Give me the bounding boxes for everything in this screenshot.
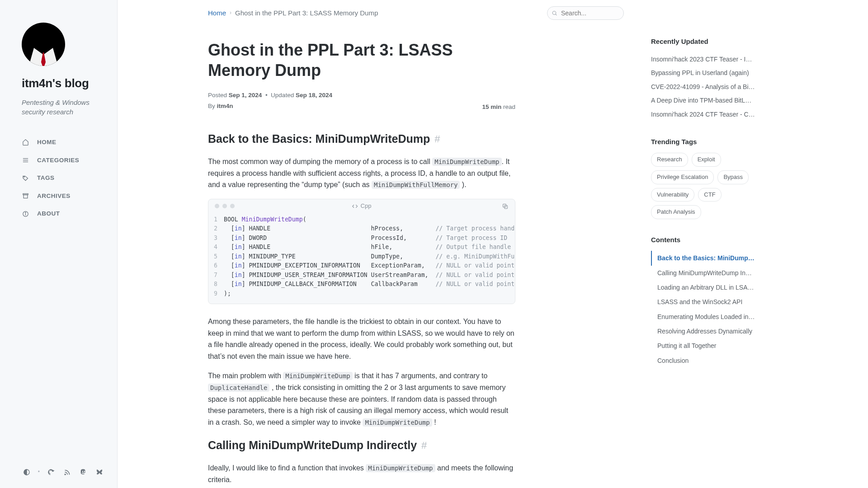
breadcrumb: Home › Ghost in the PPL Part 3: LSASS Me…	[208, 8, 378, 19]
sidebar-nav: HOME CATEGORIES TAGS ARCHIVES ABOUT	[22, 133, 104, 223]
author[interactable]: itm4n	[217, 103, 233, 109]
tag-pill[interactable]: Vulnerability	[651, 188, 694, 202]
copy-icon	[502, 203, 509, 210]
article-title: Ghost in the PPL Part 3: LSASS Memory Du…	[208, 40, 515, 80]
toc-item[interactable]: Conclusion	[651, 353, 755, 368]
avatar[interactable]	[22, 23, 65, 66]
sidebar-footer: •	[22, 465, 104, 479]
nav-tags[interactable]: TAGS	[22, 169, 104, 187]
svg-rect-5	[24, 195, 28, 198]
by-label: By	[208, 103, 215, 109]
inline-code: MiniDumpWriteDump	[366, 464, 435, 472]
code-block-header: Cpp	[208, 199, 515, 213]
recent-item[interactable]: Bypassing PPL in Userland (again)	[651, 66, 755, 80]
code-block: Cpp 123456789 BOOL MiniDumpWriteDump( [i…	[208, 199, 515, 304]
recently-updated: Recently Updated Insomni'hack 2023 CTF T…	[651, 36, 755, 121]
inline-code: MiniDumpWriteDump	[432, 158, 501, 166]
nav-archives[interactable]: ARCHIVES	[22, 187, 104, 205]
anchor-icon[interactable]: #	[421, 437, 427, 453]
posted-date: Sep 1, 2024	[229, 92, 262, 99]
readtime-suffix: read	[503, 103, 515, 110]
nav-label: TAGS	[37, 173, 55, 183]
code-content[interactable]: BOOL MiniDumpWriteDump( [in] HANDLE hPro…	[224, 215, 515, 298]
toc-heading: Contents	[651, 235, 755, 245]
text: The main problem with	[208, 372, 283, 380]
anchor-icon[interactable]: #	[434, 131, 440, 147]
toc-item[interactable]: Back to the Basics: MiniDumpWriteDump	[651, 251, 755, 265]
archive-icon	[22, 192, 29, 200]
home-icon	[22, 139, 29, 146]
readtime-value: 15 min	[482, 103, 501, 110]
toc-item[interactable]: Resolving Addresses Dynamically	[651, 324, 755, 338]
article-body: Back to the Basics: MiniDumpWriteDump # …	[208, 130, 515, 488]
recent-heading: Recently Updated	[651, 36, 755, 47]
code-gutter: 123456789	[208, 215, 224, 298]
article-meta: Posted Sep 1, 2024 • Updated Sep 18, 202…	[208, 90, 515, 112]
text: !	[432, 418, 436, 426]
nav-label: ABOUT	[37, 209, 60, 219]
svg-line-12	[556, 14, 557, 15]
tag-pill[interactable]: Privilege Escalation	[651, 170, 714, 184]
breadcrumb-home[interactable]: Home	[208, 8, 226, 19]
heading-back-to-basics: Back to the Basics: MiniDumpWriteDump #	[208, 130, 515, 148]
rss-icon[interactable]	[62, 465, 72, 479]
separator-dot: •	[38, 468, 40, 476]
tag-pill[interactable]: Patch Analysis	[651, 205, 701, 219]
code-language-label: Cpp	[352, 202, 372, 211]
updated-label: Updated	[271, 92, 294, 99]
info-icon	[22, 210, 29, 217]
svg-point-8	[25, 212, 25, 213]
site-title[interactable]: itm4n's blog	[22, 74, 104, 93]
paragraph: The main problem with MiniDumpWriteDump …	[208, 370, 515, 428]
toc-item[interactable]: Calling MiniDumpWriteDump Indirectly	[651, 266, 755, 280]
recent-item[interactable]: A Deep Dive into TPM-based BitLocker Dri…	[651, 94, 755, 107]
meta-separator: •	[264, 92, 271, 99]
tag-pill[interactable]: CTF	[698, 188, 721, 202]
search-input[interactable]	[547, 6, 624, 20]
tag-pill[interactable]: Research	[651, 153, 688, 167]
sidebar: itm4n's blog Pentesting & Windows securi…	[0, 0, 118, 488]
trending-tags: Trending Tags ResearchExploitPrivilege E…	[651, 136, 755, 219]
window-dots-icon	[215, 204, 235, 208]
content-column: Home › Ghost in the PPL Part 3: LSASS Me…	[118, 0, 651, 488]
breadcrumb-separator: ›	[230, 9, 231, 17]
nav-label: HOME	[37, 137, 57, 147]
bluesky-icon[interactable]	[94, 465, 104, 479]
svg-point-11	[552, 11, 556, 15]
topbar: Home › Ghost in the PPL Part 3: LSASS Me…	[208, 6, 624, 20]
search	[547, 6, 624, 20]
heading-text: Calling MiniDumpWriteDump Indirectly	[208, 436, 417, 454]
mastodon-icon[interactable]	[79, 465, 89, 479]
toc-item[interactable]: Enumerating Modules Loaded in LSASS	[651, 310, 755, 324]
text: ).	[460, 181, 466, 188]
site-subtitle: Pentesting & Windows security research	[22, 98, 104, 117]
nav-categories[interactable]: CATEGORIES	[22, 151, 104, 169]
nav-label: CATEGORIES	[37, 155, 79, 165]
posted-label: Posted	[208, 92, 227, 99]
tag-pill[interactable]: Bypass	[717, 170, 749, 184]
recent-item[interactable]: Insomni'hack 2024 CTF Teaser - Cache Cac…	[651, 108, 755, 121]
github-icon[interactable]	[46, 465, 56, 479]
categories-icon	[22, 156, 29, 164]
paragraph: The most common way of dumping the memor…	[208, 156, 515, 191]
updated-date: Sep 18, 2024	[296, 92, 332, 99]
heading-text: Back to the Basics: MiniDumpWriteDump	[208, 130, 430, 148]
toc-item[interactable]: Putting it all Together	[651, 338, 755, 353]
theme-toggle-icon[interactable]	[22, 465, 32, 479]
inline-code: DuplicateHandle	[208, 384, 269, 392]
nav-about[interactable]: ABOUT	[22, 205, 104, 223]
nav-home[interactable]: HOME	[22, 133, 104, 151]
right-sidebar: Recently Updated Insomni'hack 2023 CTF T…	[651, 0, 769, 488]
paragraph: Ideally, I would like to find a function…	[208, 462, 515, 485]
copy-button[interactable]	[502, 203, 509, 210]
tag-pill[interactable]: Exploit	[692, 153, 721, 167]
text: is that it has 7 arguments, and contrary…	[353, 372, 488, 380]
text: Ideally, I would like to find a function…	[208, 464, 366, 472]
recent-item[interactable]: CVE-2022-41099 - Analysis of a BitLocker…	[651, 80, 755, 94]
toc-item[interactable]: Loading an Arbitrary DLL in LSASS	[651, 280, 755, 295]
code-icon	[352, 203, 358, 209]
toc-item[interactable]: LSASS and the WinSock2 API	[651, 295, 755, 309]
inline-code: MiniDumpWriteDump	[283, 372, 352, 380]
paragraph: Among these parameters, the file handle …	[208, 316, 515, 362]
recent-item[interactable]: Insomni'hack 2023 CTF Teaser - InsoBug	[651, 52, 755, 66]
